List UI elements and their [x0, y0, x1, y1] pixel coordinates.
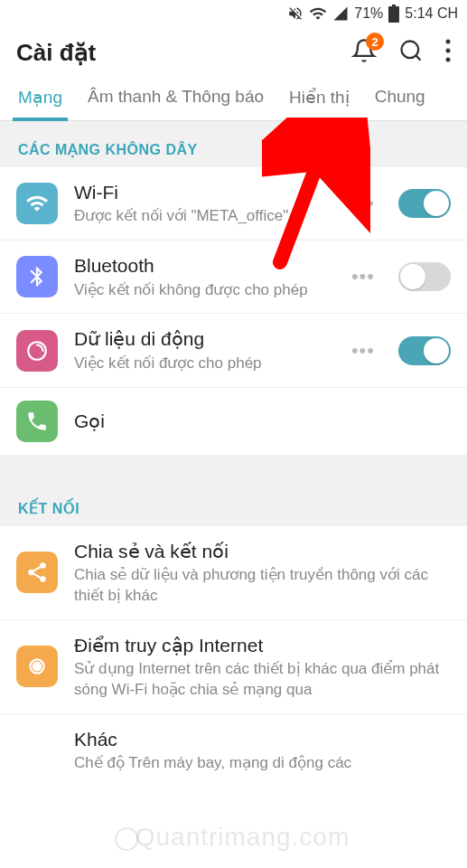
item-bluetooth[interactable]: Bluetooth Việc kết nối không được cho ph…	[0, 240, 467, 313]
item-title: Gọi	[74, 409, 451, 433]
item-text: Bluetooth Việc kết nối không được cho ph…	[74, 253, 328, 300]
item-other[interactable]: Khác Chế độ Trên máy bay, mạng di động c…	[0, 713, 467, 787]
item-title: Wi-Fi	[74, 180, 328, 204]
notifications-button[interactable]: 2	[351, 38, 377, 67]
page-title: Cài đặt	[16, 39, 96, 67]
tab-label: Hiển thị	[289, 88, 350, 107]
section-header-wireless: CÁC MẠNG KHÔNG DÂY	[0, 121, 467, 167]
wifi-icon	[16, 183, 58, 224]
svg-point-7	[446, 58, 451, 62]
svg-line-13	[33, 567, 40, 571]
svg-rect-1	[392, 5, 396, 6]
hotspot-icon	[16, 646, 58, 687]
watermark: Quantrimang.com	[117, 823, 350, 852]
svg-point-3	[402, 42, 419, 59]
item-title: Khác	[74, 727, 451, 751]
search-icon	[398, 38, 424, 63]
more-vert-icon	[445, 39, 451, 62]
phone-icon	[16, 401, 58, 442]
search-button[interactable]	[398, 38, 424, 67]
item-mobile-data[interactable]: Dữ liệu di động Việc kết nối được cho ph…	[0, 313, 467, 386]
share-icon	[16, 552, 58, 593]
svg-rect-2	[389, 11, 398, 22]
item-sub: Chia sẻ dữ liệu và phương tiện truyền th…	[74, 565, 451, 607]
bluetooth-icon	[16, 256, 58, 297]
wifi-toggle[interactable]	[398, 189, 451, 218]
mute-icon	[287, 5, 304, 22]
tab-label: Mạng	[18, 88, 62, 107]
svg-line-12	[33, 574, 40, 578]
mobile-data-toggle[interactable]	[398, 336, 451, 365]
more-icon[interactable]: •••	[344, 339, 382, 363]
item-text: Khác Chế độ Trên máy bay, mạng di động c…	[74, 727, 451, 774]
item-sub: Được kết nối với "META_office"	[74, 206, 328, 227]
battery-text: 71%	[354, 5, 383, 22]
header-actions: 2	[351, 38, 451, 67]
item-sub: Sử dụng Internet trên các thiết bị khác …	[74, 659, 451, 701]
section-header-connect: KẾT NỐI	[0, 480, 467, 526]
svg-point-6	[446, 49, 451, 53]
section-divider	[0, 455, 467, 480]
svg-line-4	[416, 55, 420, 60]
overflow-button[interactable]	[445, 39, 451, 66]
status-bar: 71% 5:14 CH	[0, 0, 467, 27]
svg-point-9	[40, 562, 46, 569]
tab-label: Chung	[375, 87, 425, 106]
signal-icon	[332, 5, 349, 22]
svg-point-5	[446, 40, 451, 44]
tabs-bar: Mạng Âm thanh & Thông báo Hiển thị Chung	[0, 76, 467, 121]
item-call[interactable]: Gọi	[0, 387, 467, 455]
item-text: Điểm truy cập Internet Sử dụng Internet …	[74, 633, 451, 701]
clock-text: 5:14 CH	[405, 5, 458, 22]
item-text: Dữ liệu di động Việc kết nối được cho ph…	[74, 326, 328, 373]
item-title: Bluetooth	[74, 253, 328, 278]
tab-label: Âm thanh & Thông báo	[88, 87, 264, 106]
connect-list: Chia sẻ và kết nối Chia sẻ dữ liệu và ph…	[0, 526, 467, 788]
item-title: Dữ liệu di động	[74, 326, 328, 351]
tab-network[interactable]: Mạng	[5, 76, 75, 120]
svg-point-10	[28, 570, 34, 576]
item-title: Điểm truy cập Internet	[74, 633, 451, 657]
more-icon[interactable]: •••	[344, 265, 382, 288]
mobile-data-icon	[16, 330, 58, 372]
app-header: Cài đặt 2	[0, 27, 467, 76]
battery-icon	[388, 5, 399, 23]
svg-point-14	[35, 665, 39, 668]
tab-general[interactable]: Chung	[362, 76, 438, 120]
bluetooth-toggle[interactable]	[398, 262, 451, 291]
item-text: Chia sẻ và kết nối Chia sẻ dữ liệu và ph…	[74, 539, 451, 607]
tab-display[interactable]: Hiển thị	[276, 76, 362, 120]
more-icon[interactable]: •••	[344, 192, 382, 215]
item-wifi[interactable]: Wi-Fi Được kết nối với "META_office" •••	[0, 167, 467, 240]
item-sub: Việc kết nối không được cho phép	[74, 280, 328, 301]
item-hotspot[interactable]: Điểm truy cập Internet Sử dụng Internet …	[0, 619, 467, 713]
item-text: Wi-Fi Được kết nối với "META_office"	[74, 180, 328, 227]
watermark-text: Quantrimang.com	[135, 823, 350, 851]
item-sub: Chế độ Trên máy bay, mạng di động các	[74, 753, 451, 774]
tab-sound[interactable]: Âm thanh & Thông báo	[75, 76, 276, 120]
wifi-icon	[309, 5, 327, 23]
item-share[interactable]: Chia sẻ và kết nối Chia sẻ dữ liệu và ph…	[0, 526, 467, 619]
notification-badge: 2	[366, 33, 384, 51]
svg-point-11	[40, 577, 46, 583]
item-sub: Việc kết nối được cho phép	[74, 354, 328, 374]
item-title: Chia sẻ và kết nối	[74, 539, 451, 563]
wireless-list: Wi-Fi Được kết nối với "META_office" •••…	[0, 167, 467, 455]
item-text: Gọi	[74, 409, 451, 433]
